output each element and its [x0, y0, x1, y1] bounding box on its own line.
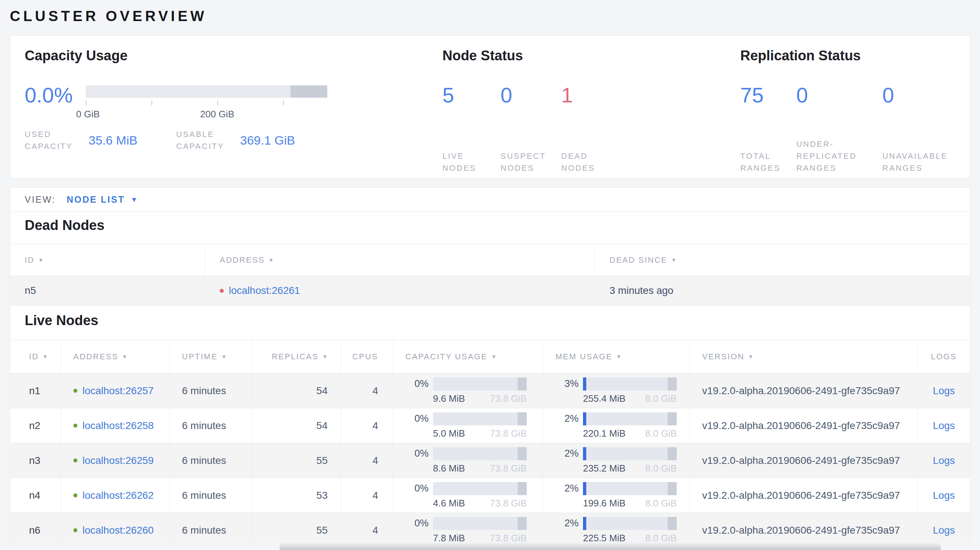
- capacity-stats: USED CAPACITY 35.6 MiB USABLE CAPACITY 3…: [25, 128, 442, 152]
- live-status-dot-icon: [73, 389, 77, 393]
- column-header-mem-usage[interactable]: MEM USAGE ▼: [543, 340, 690, 373]
- mem-used-value: 235.2 MiB: [583, 463, 625, 474]
- column-header-version[interactable]: VERSION ▼: [690, 340, 918, 373]
- capacity-usage-section: Capacity Usage 0.0% 0 GiB 200 GiB U: [25, 48, 442, 178]
- replication-stats: 75 TOTAL RANGES 0 UNDER-REPLICATED RANGE…: [740, 82, 970, 174]
- used-capacity-value: 35.6 MiB: [89, 134, 137, 148]
- node-address-cell: localhost:26262: [61, 478, 170, 513]
- uptime-cell: 6 minutes: [170, 478, 252, 513]
- sort-desc-icon[interactable]: ▼: [616, 353, 622, 360]
- replication-status-section: Replication Status 75 TOTAL RANGES 0 UND…: [740, 48, 970, 178]
- dead-nodes-heading: Dead Nodes: [10, 212, 970, 244]
- axis-tick: [283, 101, 284, 105]
- node-id-cell: n3: [10, 443, 61, 478]
- mem-usage-cell: 2% 199.6 MiB 8.0 GiB: [543, 478, 690, 513]
- logs-link[interactable]: Logs: [933, 525, 955, 536]
- sort-desc-icon[interactable]: ▼: [491, 353, 496, 360]
- mem-used-value: 225.5 MiB: [583, 533, 625, 542]
- unavailable-ranges-stat: 0 UNAVAILABLE RANGES: [882, 82, 970, 174]
- logs-link[interactable]: Logs: [933, 385, 955, 397]
- unavailable-ranges-count: 0: [882, 82, 970, 106]
- mem-bar-fill: [583, 412, 586, 425]
- column-header-capacity-usage[interactable]: CAPACITY USAGE ▼: [393, 340, 543, 373]
- sort-desc-icon[interactable]: ▼: [43, 353, 48, 360]
- mem-bar-used-segment: [668, 447, 677, 460]
- node-status-stats: 5 LIVE NODES 0 SUSPECT NODES 1 DEAD NODE…: [442, 82, 740, 174]
- node-list-panel: VIEW: NODE LIST ▼ Dead Nodes ID ▼ ADDRES…: [10, 188, 970, 542]
- page-title: CLUSTER OVERVIEW: [10, 0, 970, 24]
- mem-used-value: 255.4 MiB: [583, 393, 625, 404]
- dead-nodes-stat: 1 DEAD NODES: [561, 82, 608, 174]
- capacity-usage-cell: 0% 9.6 MiB 73.8 GiB: [393, 374, 543, 408]
- sort-desc-icon[interactable]: ▼: [671, 257, 676, 263]
- replicas-cell: 55: [252, 443, 341, 478]
- dead-since-cell: 3 minutes ago: [594, 276, 970, 305]
- live-status-dot-icon: [73, 424, 77, 428]
- axis-tick-label: 200 GiB: [200, 109, 234, 120]
- uptime-cell: 6 minutes: [170, 409, 252, 443]
- capacity-used-value: 4.6 MiB: [433, 498, 465, 509]
- column-header-replicas[interactable]: REPLICAS ▼: [252, 340, 341, 373]
- column-header-id[interactable]: ID ▼: [10, 244, 205, 276]
- sort-desc-icon[interactable]: ▼: [322, 353, 328, 360]
- mem-total-value: 8.0 GiB: [645, 498, 677, 509]
- node-id-cell: n6: [10, 513, 61, 542]
- under-replicated-ranges-label: UNDER-REPLICATED RANGES: [796, 138, 880, 174]
- capacity-bar: [433, 447, 527, 460]
- logs-cell: Logs: [918, 409, 970, 443]
- node-address-link[interactable]: localhost:26258: [83, 420, 154, 432]
- capacity-gauge-used-segment: [291, 85, 327, 98]
- usable-capacity-value: 369.1 GiB: [240, 134, 295, 148]
- mem-bar-fill: [583, 482, 586, 495]
- logs-link[interactable]: Logs: [933, 490, 955, 501]
- capacity-used-value: 5.0 MiB: [433, 428, 465, 439]
- node-id-cell: n1: [10, 374, 61, 408]
- view-selector[interactable]: NODE LIST: [67, 194, 124, 205]
- mem-percent: 2%: [555, 413, 579, 424]
- table-row: n5 localhost:26261 3 minutes ago: [10, 276, 970, 305]
- logs-link[interactable]: Logs: [933, 455, 955, 466]
- mem-usage-cell: 2% 225.5 MiB 8.0 GiB: [543, 513, 690, 542]
- replicas-cell: 54: [252, 409, 341, 443]
- mem-used-value: 199.6 MiB: [583, 498, 625, 509]
- sort-desc-icon[interactable]: ▼: [38, 257, 44, 263]
- chevron-down-icon[interactable]: ▼: [131, 196, 139, 204]
- capacity-usage-title: Capacity Usage: [25, 48, 442, 64]
- capacity-bar: [433, 377, 527, 391]
- column-header-address[interactable]: ADDRESS ▼: [205, 244, 594, 276]
- sort-desc-icon[interactable]: ▼: [748, 353, 754, 360]
- mem-bar: [583, 447, 677, 460]
- capacity-bar-used-segment: [518, 517, 527, 530]
- column-header-logs[interactable]: LOGS: [918, 340, 970, 373]
- node-address-link[interactable]: localhost:26261: [229, 285, 300, 296]
- column-header-id[interactable]: ID ▼: [10, 340, 61, 373]
- sort-desc-icon[interactable]: ▼: [269, 257, 274, 263]
- cpus-cell: 4: [341, 409, 393, 443]
- column-header-dead-since[interactable]: DEAD SINCE ▼: [594, 244, 970, 276]
- column-header-address[interactable]: ADDRESS ▼: [61, 340, 170, 373]
- suspect-nodes-count: 0: [501, 82, 561, 106]
- column-header-uptime[interactable]: UPTIME ▼: [170, 340, 252, 373]
- node-status-title: Node Status: [442, 48, 740, 64]
- mem-percent: 2%: [555, 518, 579, 529]
- live-status-dot-icon: [73, 493, 77, 498]
- sort-desc-icon[interactable]: ▼: [122, 353, 127, 360]
- cpus-cell: 4: [341, 443, 393, 478]
- usable-capacity-stat: USABLE CAPACITY 369.1 GiB: [176, 128, 295, 152]
- node-address-link[interactable]: localhost:26260: [83, 525, 154, 536]
- node-address-link[interactable]: localhost:26257: [83, 385, 154, 397]
- column-header-cpus[interactable]: CPUS: [341, 340, 393, 373]
- node-address-link[interactable]: localhost:26262: [83, 490, 154, 501]
- logs-link[interactable]: Logs: [933, 420, 955, 432]
- usable-capacity-label: USABLE CAPACITY: [176, 128, 234, 152]
- uptime-cell: 6 minutes: [170, 443, 252, 478]
- live-nodes-heading: Live Nodes: [10, 305, 970, 340]
- axis-tick: [86, 101, 86, 105]
- node-address-link[interactable]: localhost:26259: [83, 455, 154, 466]
- table-row: n2 localhost:26258 6 minutes 54 4 0% 5.0…: [10, 409, 970, 443]
- mem-usage-cell: 2% 220.1 MiB 8.0 GiB: [543, 409, 690, 443]
- suspect-nodes-stat: 0 SUSPECT NODES: [501, 82, 561, 174]
- node-address-cell: localhost:26257: [61, 374, 170, 408]
- summary-card: Capacity Usage 0.0% 0 GiB 200 GiB U: [10, 35, 970, 179]
- sort-desc-icon[interactable]: ▼: [221, 353, 227, 360]
